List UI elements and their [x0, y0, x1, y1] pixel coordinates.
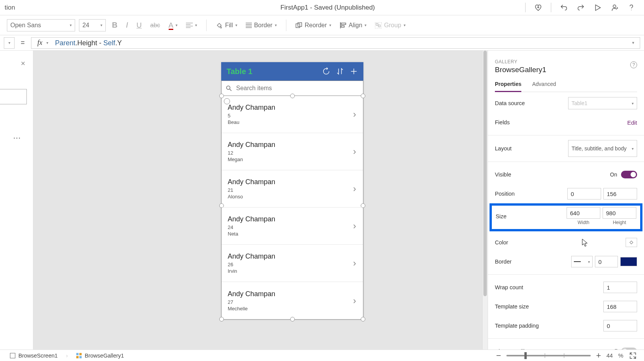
edit-fields-link[interactable]: Edit [627, 119, 637, 126]
zoom-slider[interactable] [506, 355, 591, 356]
search-box[interactable] [0, 89, 27, 104]
zoom-percent-symbol: % [618, 352, 623, 359]
scrollbar-toggle[interactable] [621, 348, 637, 349]
item-body: Irvin [228, 268, 357, 274]
group-button[interactable]: Group ▾ [373, 19, 407, 31]
help-icon[interactable] [627, 3, 636, 12]
font-color-button[interactable]: A ▾ [166, 19, 180, 31]
breadcrumb-gallery[interactable]: BrowseGallery1 [73, 352, 127, 359]
color-swatch[interactable] [626, 238, 637, 247]
fit-to-screen-icon[interactable] [629, 351, 637, 360]
border-width-input[interactable] [595, 256, 618, 267]
zoom-in-button[interactable]: + [596, 351, 601, 361]
position-y-input[interactable] [603, 188, 637, 199]
gallery-icon [76, 353, 82, 358]
border-style-select[interactable]: ▾ [571, 256, 593, 267]
data-source-select[interactable]: Table1 ▾ [568, 97, 637, 109]
underline-button[interactable]: U [134, 19, 144, 31]
data-source-value: Table1 [572, 100, 587, 106]
list-item[interactable]: Andy Champan 12 Megan › [222, 133, 363, 170]
bottom-bar: BrowseScreen1 › BrowseGallery1 − + 44 % [0, 349, 644, 361]
template-handle-icon[interactable] [224, 98, 230, 104]
list-item[interactable]: Andy Champan 24 Neta › [222, 208, 363, 245]
align-label: Align [349, 22, 363, 29]
search-icon [225, 85, 232, 92]
list-item[interactable]: Andy Champan 5 Beau › [222, 96, 363, 133]
sort-icon[interactable] [336, 67, 344, 76]
property-dropdown[interactable]: ▾ [4, 37, 15, 49]
border-color-swatch[interactable] [620, 257, 637, 266]
phone-preview: Table 1 Andy Champan [221, 62, 363, 320]
height-input[interactable] [603, 207, 636, 219]
width-input[interactable] [567, 207, 600, 219]
chevron-right-icon[interactable]: › [353, 295, 356, 306]
reorder-button[interactable]: Reorder ▾ [293, 19, 334, 31]
vertical-scrollbar[interactable] [482, 51, 488, 349]
canvas[interactable]: Table 1 Andy Champan [33, 51, 488, 349]
chevron-down-icon: ▾ [329, 23, 331, 27]
border-button[interactable]: Border ▾ [243, 19, 279, 31]
health-check-icon[interactable] [534, 3, 542, 12]
close-icon[interactable]: × [21, 59, 25, 68]
font-select[interactable]: Open Sans ▾ [7, 19, 75, 31]
play-icon[interactable] [593, 3, 602, 12]
share-icon[interactable] [610, 3, 619, 12]
strikethrough-button[interactable]: abc [148, 19, 163, 31]
prop-size: Size Width Height [496, 207, 636, 225]
wrap-count-input[interactable] [603, 282, 637, 293]
fill-button[interactable]: Fill ▾ [214, 19, 239, 31]
chevron-right-icon[interactable]: › [353, 183, 356, 194]
list-item[interactable]: Andy Champan 21 Alonso › [222, 170, 363, 208]
italic-button[interactable]: I [123, 19, 130, 31]
add-icon[interactable] [350, 67, 358, 76]
bold-button[interactable]: B [110, 19, 120, 31]
chevron-right-icon[interactable]: › [353, 109, 356, 120]
formula-expand-icon[interactable]: ▾ [627, 40, 640, 45]
tab-advanced[interactable]: Advanced [532, 81, 556, 92]
chevron-down-icon: ▾ [275, 23, 277, 27]
chevron-right-icon[interactable]: › [353, 258, 356, 269]
list-item[interactable]: Andy Champan 26 Irvin › [222, 245, 363, 282]
panel-help-icon[interactable]: ? [630, 61, 637, 68]
align-button[interactable]: Align ▾ [337, 19, 369, 31]
preview-title: Table 1 [227, 67, 317, 76]
layout-select[interactable]: Title, subtitle, and body ▾ [568, 140, 637, 157]
font-size-select[interactable]: 24 ▾ [79, 19, 106, 31]
position-x-input[interactable] [567, 188, 601, 199]
gallery-container[interactable]: Andy Champan 5 Beau › Andy Champan 12 Me… [221, 96, 363, 320]
svg-rect-12 [341, 23, 346, 25]
zoom-slider-thumb[interactable] [524, 352, 527, 359]
scrollbar-thumb[interactable] [483, 51, 487, 296]
chevron-right-icon[interactable]: › [353, 221, 356, 231]
refresh-icon[interactable] [322, 67, 330, 76]
divider [488, 135, 644, 135]
prop-label: Border [495, 259, 571, 265]
zoom-out-button[interactable]: − [496, 351, 501, 361]
chevron-down-icon: ▾ [404, 23, 406, 27]
visible-toggle[interactable] [621, 171, 637, 178]
search-input[interactable] [236, 85, 359, 92]
undo-icon[interactable] [560, 3, 568, 12]
divider [488, 162, 644, 162]
prop-fields: Fields Edit [495, 114, 637, 130]
redo-icon[interactable] [577, 3, 585, 12]
template-size-input[interactable] [603, 301, 637, 312]
more-icon[interactable]: ⋯ [13, 133, 21, 142]
panel-title: BrowseGallery1 [495, 66, 637, 74]
chevron-down-icon[interactable]: ▾ [46, 41, 55, 45]
text-align-button[interactable]: ▾ [184, 19, 199, 31]
zoom-value: 44 [606, 352, 613, 359]
panel-tabs: Properties Advanced [495, 81, 637, 92]
breadcrumb-screen[interactable]: BrowseScreen1 [7, 352, 61, 359]
ribbon-separator [286, 20, 286, 31]
formula-text: Parent.Height - Self.Y [55, 39, 627, 47]
prop-label: Position [495, 191, 567, 197]
formula-input[interactable]: fx ▾ Parent.Height - Self.Y ▾ [31, 37, 640, 49]
tab-properties[interactable]: Properties [495, 81, 521, 92]
prop-wrap-count: Wrap count [495, 279, 637, 295]
template-padding-input[interactable] [603, 320, 637, 331]
breadcrumb-separator: › [66, 353, 68, 359]
list-item[interactable]: Andy Champan 27 Mechelle › [222, 282, 363, 319]
chevron-right-icon[interactable]: › [353, 146, 356, 157]
tree-panel: × ⋯ [0, 51, 33, 349]
